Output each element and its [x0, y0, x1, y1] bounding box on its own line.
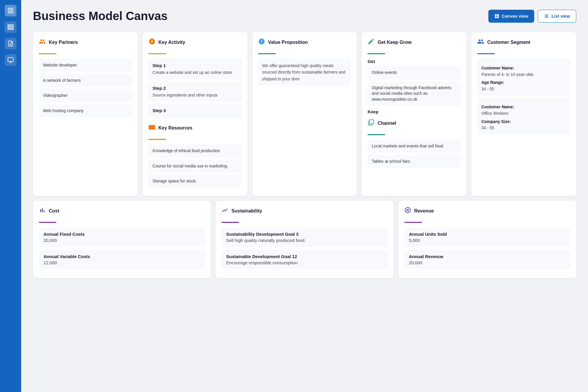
cost-header: Cost: [39, 207, 205, 218]
get-keep-grow-header: Get Keep Grow: [368, 38, 461, 50]
cost-title: Cost: [49, 208, 59, 214]
svg-rect-2: [8, 11, 10, 13]
cost-item-2: Annual Variable Costs 12,000: [39, 250, 205, 269]
channel-item-1: Local markets and events that sell food: [368, 140, 461, 153]
page-title: Business Model Canvas: [33, 9, 168, 23]
partner-item-2: A network of farmers: [39, 74, 132, 87]
svg-rect-15: [497, 16, 499, 18]
channel-item-2: Tables at school fairs: [368, 155, 461, 168]
revenue-title: Revenue: [414, 208, 434, 214]
partner-item-1: Website developer: [39, 59, 132, 72]
customer-segment-card: Customer Segment Customer Name: Parents …: [471, 32, 576, 196]
key-partners-underline: [39, 53, 56, 54]
svg-rect-14: [495, 16, 497, 18]
key-activity-icon: [148, 38, 156, 47]
customer-segment-icon: [477, 38, 484, 47]
key-activity-title: Key Activity: [158, 40, 185, 45]
list-view-label: List view: [552, 14, 570, 19]
customer-1-box: Customer Name: Parents of 4- to 10-year-…: [477, 59, 570, 95]
key-partners-card: Key Partners Website developer A network…: [33, 32, 138, 196]
resource-item-3: Storage space for stock.: [148, 175, 242, 188]
key-resources-title: Key Resources: [158, 125, 193, 131]
channel-section: Channel Local markets and events that se…: [368, 119, 461, 168]
revenue-underline: [404, 222, 422, 223]
revenue-header: Revenue: [404, 207, 570, 218]
resource-item-2: Course for social media use in marketing: [148, 160, 242, 173]
sustainability-underline: [221, 222, 239, 223]
sidebar-icon-2[interactable]: [5, 21, 16, 33]
channel-title: Channel: [377, 121, 396, 126]
cost-icon: [39, 207, 46, 215]
partner-item-3: Videographer: [39, 89, 132, 102]
customer-2-box: Customer Name: Office Workers Company Si…: [477, 98, 570, 134]
channel-icon: [368, 119, 375, 128]
value-prop-icon: [258, 38, 265, 47]
customer-segment-underline: [477, 53, 495, 54]
key-activity-header: Key Activity: [148, 38, 242, 50]
svg-rect-5: [8, 26, 13, 28]
revenue-icon: [404, 207, 411, 215]
get-keep-grow-underline: [368, 53, 385, 54]
value-prop-title: Value Proposition: [268, 40, 308, 45]
svg-rect-1: [11, 8, 13, 10]
customer-segment-title: Customer Segment: [487, 40, 530, 45]
view-toggle: Canvas view List view: [488, 10, 576, 23]
value-proposition-card: Value Proposition We offer guaranteed hi…: [252, 32, 357, 196]
key-partners-icon: [39, 38, 46, 47]
get-keep-grow-icon: [368, 38, 375, 47]
svg-rect-3: [11, 11, 13, 13]
sustainability-item-2: Sustainable Development Goal 12 Encourag…: [221, 250, 387, 269]
key-resources-icon: [148, 124, 156, 132]
key-activity-underline: [148, 53, 166, 54]
key-resources-underline: [148, 139, 166, 140]
svg-rect-9: [8, 58, 13, 62]
channel-underline: [368, 134, 385, 135]
revenue-item-1: Annual Units Sold 5,000: [404, 227, 570, 247]
revenue-item-2: Annual Revenue 20,000: [404, 250, 570, 269]
key-partners-title: Key Partners: [49, 40, 78, 45]
partner-item-4: Web hosting company: [39, 104, 132, 117]
cost-underline: [39, 222, 56, 223]
get-keep-grow-card: Get Keep Grow Get Online events Digital …: [362, 32, 467, 196]
sidebar-icon-3[interactable]: [5, 38, 16, 49]
sustainability-card: Sustainability Sustainability Developmen…: [216, 201, 393, 278]
svg-rect-0: [8, 8, 10, 10]
key-resources-section: Key Resources Knowledge of ethical food …: [148, 124, 242, 188]
sustainability-icon: [221, 207, 228, 215]
get-label: Get: [368, 59, 461, 64]
key-activity-card: Key Activity Step 1 Create a website and…: [143, 32, 248, 196]
bottom-grid: Cost Annual Fixed Costs 20,000 Annual Va…: [33, 201, 576, 278]
canvas-grid: Key Partners Website developer A network…: [33, 32, 576, 196]
value-prop-header: Value Proposition: [258, 38, 351, 50]
svg-rect-6: [8, 29, 13, 30]
value-prop-underline: [258, 53, 276, 54]
list-view-button[interactable]: List view: [538, 10, 576, 23]
sustainability-item-1: Sustainability Development Goal 3 Sell h…: [221, 227, 387, 247]
value-prop-text: We offer guaranteed high quality meals s…: [258, 59, 351, 86]
channel-header: Channel: [368, 119, 461, 131]
svg-rect-4: [8, 25, 13, 26]
key-partners-header: Key Partners: [39, 38, 132, 50]
revenue-card: Revenue Annual Units Sold 5,000 Annual R…: [398, 201, 576, 278]
cost-card: Cost Annual Fixed Costs 20,000 Annual Va…: [33, 201, 211, 278]
sidebar-icon-1[interactable]: [5, 5, 16, 16]
svg-rect-13: [497, 14, 499, 16]
header: Business Model Canvas Canvas view List v…: [33, 9, 576, 23]
get-item-2: Digital marketing through Facebook adver…: [368, 82, 461, 106]
sidebar: [0, 0, 21, 392]
key-resources-header: Key Resources: [148, 124, 242, 135]
get-keep-grow-title: Get Keep Grow: [377, 40, 412, 45]
activity-step-2: Step 2 Source ingredients and other inpu…: [148, 82, 242, 102]
activity-step-3: Step 3: [148, 104, 242, 118]
get-item-1: Online events: [368, 66, 461, 79]
main-content: Business Model Canvas Canvas view List v…: [21, 0, 588, 392]
canvas-view-label: Canvas view: [502, 14, 528, 19]
canvas-view-button[interactable]: Canvas view: [488, 10, 534, 23]
sustainability-header: Sustainability: [221, 207, 387, 218]
sidebar-icon-4[interactable]: [5, 54, 16, 66]
sustainability-title: Sustainability: [231, 208, 262, 214]
activity-step-1: Step 1 Create a website and set up an on…: [148, 59, 242, 79]
svg-rect-12: [495, 14, 497, 16]
keep-label: Keep: [368, 109, 461, 114]
customer-segment-header: Customer Segment: [477, 38, 570, 50]
